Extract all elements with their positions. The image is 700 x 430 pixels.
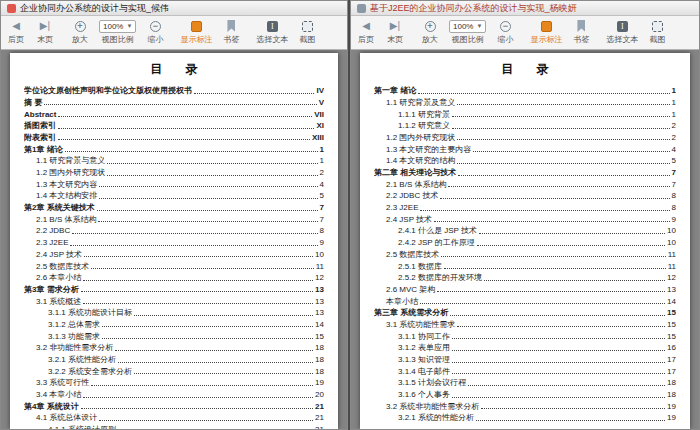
toc-entry[interactable]: 2.3 J2EE8 — [374, 202, 676, 214]
bookmark-button[interactable]: 书签 — [221, 19, 241, 45]
toc-list: 第一章 绪论11.1 研究背景及意义11.1.1 研究背景11.1.2 研究意义… — [374, 85, 676, 424]
select-text-button[interactable]: I 选择文本 — [256, 19, 288, 45]
toc-entry[interactable]: 3.1.3 知识管理17 — [374, 354, 676, 366]
toc-entry[interactable]: 2.4.2 JSP 的工作原理10 — [374, 237, 676, 249]
toc-entry-page: 8 — [672, 202, 676, 214]
toc-entry[interactable]: 3.1.5 计划会议行程18 — [374, 377, 676, 389]
last-page-label: 末页 — [387, 34, 403, 45]
toc-entry[interactable]: 3.1.1 协同工作15 — [374, 330, 676, 342]
toc-entry[interactable]: 1.4 本文研究的结构5 — [374, 155, 676, 167]
toc-entry[interactable]: 3.2 系统非功能性需求分析19 — [374, 401, 676, 413]
toc-entry[interactable]: 1.2 国内外研究现状2 — [24, 167, 324, 179]
toc-list: 学位论文原创性声明和学位论文版权使用授权书IV摘 要VAbstractVII插图… — [24, 85, 324, 429]
screenshot-button[interactable]: 截图 — [647, 19, 667, 45]
toc-entry[interactable]: 学位论文原创性声明和学位论文版权使用授权书IV — [24, 85, 324, 97]
select-text-button[interactable]: I 选择文本 — [606, 19, 638, 45]
toc-entry[interactable]: 3.3 系统可行性19 — [24, 377, 324, 389]
toc-leader — [452, 338, 665, 339]
last-page-button[interactable]: ▶| 末页 — [35, 19, 55, 45]
toc-entry[interactable]: 3.1.2 总体需求14 — [24, 319, 324, 331]
toc-entry[interactable]: 1.1 研究背景及意义1 — [374, 97, 676, 109]
zoom-value: 100% — [103, 22, 123, 31]
toc-entry[interactable]: 3.4 本章小结20 — [24, 389, 324, 401]
window-title: 基于J2EE的企业协同办公系统的设计与实现_杨映妍 — [370, 2, 577, 15]
toc-entry[interactable]: 第3章 需求分析13 — [24, 284, 324, 296]
toc-entry[interactable]: 3.1 系统功能性需求15 — [374, 319, 676, 331]
toc-leader — [418, 93, 669, 94]
pdf-window-left: 企业协同办公系统的设计与实现_候伟 ◀ 后页 ▶| 末页 + 放大 100% — [0, 0, 348, 430]
toc-entry[interactable]: 2.2 JDBC8 — [24, 225, 324, 237]
show-annotations-button[interactable]: 显示标注 — [530, 19, 562, 45]
toc-entry[interactable]: 3.1 系统概述13 — [24, 295, 324, 307]
toc-entry[interactable]: 2.2 JDBC 技术8 — [374, 190, 676, 202]
show-annotations-button[interactable]: 显示标注 — [180, 19, 212, 45]
document-area[interactable]: 目 录 学位论文原创性声明和学位论文版权使用授权书IV摘 要VAbstractV… — [1, 50, 347, 429]
toc-entry[interactable]: 第2章 系统关键技术7 — [24, 202, 324, 214]
toc-entry[interactable]: 3.2.1 系统的性能分析19 — [374, 412, 676, 424]
toc-entry[interactable]: 3.1.3 功能需求15 — [24, 330, 324, 342]
toc-entry[interactable]: 第二章 相关理论与技术7 — [374, 167, 676, 179]
toc-entry[interactable]: 4.1.1 系统设计原则21 — [24, 424, 324, 429]
toc-entry[interactable]: 2.3 J2EE9 — [24, 237, 324, 249]
toc-entry[interactable]: 第三章 系统需求分析15 — [374, 307, 676, 319]
toc-entry[interactable]: 1.2 国内外研究现状2 — [374, 132, 676, 144]
toc-entry[interactable]: 3.1.2 表单应用16 — [374, 342, 676, 354]
toc-entry[interactable]: 插图索引XI — [24, 120, 324, 132]
toc-entry[interactable]: 2.4 JSP 技术9 — [374, 214, 676, 226]
toc-entry[interactable]: 1.1.1 研究背景1 — [374, 108, 676, 120]
zoom-in-button[interactable]: + 放大 — [70, 19, 90, 45]
zoom-out-button[interactable]: − 缩小 — [145, 19, 165, 45]
toc-leader — [452, 128, 670, 129]
toc-entry-label: 2.5 数据库技术 — [386, 249, 439, 261]
toc-entry[interactable]: 3.2.2 系统安全需求分析18 — [24, 366, 324, 378]
zoom-select[interactable]: 100% ▼ — [99, 20, 136, 33]
toc-entry[interactable]: 第一章 绪论1 — [374, 85, 676, 97]
toc-entry[interactable]: 第1章 绪论1 — [24, 143, 324, 155]
document-area[interactable]: 目 录 第一章 绪论11.1 研究背景及意义11.1.1 研究背景11.1.2 … — [351, 50, 699, 429]
last-page-button[interactable]: ▶| 末页 — [385, 19, 405, 45]
toc-entry[interactable]: 1.3 本文研究的主要内容4 — [374, 143, 676, 155]
toc-entry[interactable]: 3.1.4 电子邮件17 — [374, 366, 676, 378]
toc-entry[interactable]: 附表索引XIII — [24, 132, 324, 144]
toc-entry[interactable]: 2.5.2 数据库的开发环境12 — [374, 272, 676, 284]
toc-entry[interactable]: 1.1 研究背景与意义1 — [24, 155, 324, 167]
toc-entry[interactable]: 本章小结14 — [374, 295, 676, 307]
toc-entry-page: 2 — [672, 120, 676, 132]
zoom-in-button[interactable]: + 放大 — [420, 19, 440, 45]
toc-entry[interactable]: 2.4.1 什么是 JSP 技术10 — [374, 225, 676, 237]
toc-entry[interactable]: 4.1 系统总体设计21 — [24, 412, 324, 424]
prev-page-button[interactable]: ◀ 后页 — [356, 19, 376, 45]
toc-entry[interactable]: 摘 要V — [24, 97, 324, 109]
zoom-select-group: 100% ▼ 视图比例 — [449, 19, 486, 45]
toc-entry[interactable]: 2.4 JSP 技术10 — [24, 249, 324, 261]
screenshot-button[interactable]: 截图 — [297, 19, 317, 45]
toc-entry-page: 10 — [667, 225, 676, 237]
toc-entry[interactable]: AbstractVII — [24, 108, 324, 120]
toc-entry[interactable]: 1.4 本文结构安排5 — [24, 190, 324, 202]
zoom-select[interactable]: 100% ▼ — [449, 20, 486, 33]
toc-entry[interactable]: 3.2 非功能性需求分析18 — [24, 342, 324, 354]
toc-entry[interactable]: 1.3 本文研究内容4 — [24, 179, 324, 191]
toc-entry[interactable]: 2.5 数据库技术11 — [24, 260, 324, 272]
titlebar: 企业协同办公系统的设计与实现_候伟 — [1, 1, 347, 16]
toc-leader — [70, 245, 317, 246]
toc-entry[interactable]: 第4章 系统设计21 — [24, 401, 324, 413]
zoom-out-button[interactable]: − 缩小 — [495, 19, 515, 45]
toc-entry[interactable]: 2.6 MVC 架构13 — [374, 284, 676, 296]
toc-entry[interactable]: 1.1.2 研究意义2 — [374, 120, 676, 132]
toc-entry[interactable]: 2.1 B/S 体系结构7 — [24, 214, 324, 226]
zoom-value: 100% — [453, 22, 473, 31]
toc-entry[interactable]: 2.5.1 数据库11 — [374, 260, 676, 272]
toc-leader — [457, 139, 669, 140]
zoom-in-icon: + — [425, 21, 436, 32]
toc-entry[interactable]: 2.5 数据库技术11 — [374, 249, 676, 261]
toc-entry-page: 19 — [667, 401, 676, 413]
toc-leader — [473, 151, 669, 152]
bookmark-button[interactable]: 书签 — [571, 19, 591, 45]
toc-entry[interactable]: 2.6 本章小结12 — [24, 272, 324, 284]
toc-entry[interactable]: 3.1.6 个人事务18 — [374, 389, 676, 401]
toc-entry[interactable]: 2.1 B/S 体系结构7 — [374, 179, 676, 191]
toc-entry[interactable]: 3.2.1 系统性能分析18 — [24, 354, 324, 366]
prev-page-button[interactable]: ◀ 后页 — [6, 19, 26, 45]
toc-entry[interactable]: 3.1.1 系统功能设计目标13 — [24, 307, 324, 319]
